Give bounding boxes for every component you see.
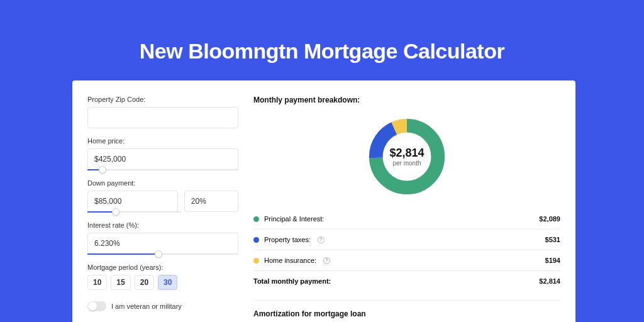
- page-title: New Bloomngtn Mortgage Calculator: [0, 0, 644, 64]
- period-options: 10152030: [87, 275, 238, 290]
- info-icon[interactable]: [318, 236, 325, 243]
- legend-label: Principal & Interest:: [264, 215, 324, 223]
- legend-row: Property taxes:$531: [253, 229, 560, 250]
- home-price-input[interactable]: [87, 148, 238, 170]
- zip-input[interactable]: [87, 107, 238, 128]
- legend-dot: [253, 237, 259, 243]
- home-price-slider[interactable]: [87, 169, 238, 170]
- legend-row: Principal & Interest:$2,089: [253, 209, 560, 229]
- amortization-title: Amortization for mortgage loan: [253, 309, 560, 318]
- info-icon[interactable]: [323, 257, 330, 264]
- down-payment-pct-input[interactable]: [184, 191, 238, 212]
- rate-label: Interest rate (%):: [87, 221, 238, 229]
- rate-input[interactable]: [87, 233, 238, 254]
- legend-dot: [253, 258, 259, 264]
- veteran-toggle[interactable]: [87, 301, 106, 311]
- down-payment-label: Down payment:: [87, 179, 238, 187]
- donut-chart: $2,814 per month: [253, 109, 560, 209]
- total-value: $2,814: [539, 277, 560, 285]
- legend-label: Home insurance:: [264, 257, 316, 264]
- home-price-label: Home price:: [87, 137, 238, 145]
- period-option-30[interactable]: 30: [158, 275, 177, 290]
- results-panel: Monthly payment breakdown: $2,814 per mo…: [253, 96, 560, 322]
- amortization-section: Amortization for mortgage loan Amortizat…: [253, 300, 560, 322]
- legend-row: Home insurance:$194: [253, 250, 560, 270]
- period-option-15[interactable]: 15: [111, 275, 130, 290]
- down-payment-input[interactable]: [87, 191, 178, 212]
- total-label: Total monthly payment:: [253, 277, 331, 285]
- legend-label: Property taxes:: [264, 236, 311, 243]
- veteran-row: I am veteran or military: [87, 301, 238, 311]
- period-field: Mortgage period (years): 10152030: [87, 264, 238, 290]
- rate-field: Interest rate (%):: [87, 221, 238, 255]
- breakdown-heading: Monthly payment breakdown:: [253, 96, 560, 104]
- donut-sublabel: per month: [389, 160, 424, 167]
- veteran-label: I am veteran or military: [111, 303, 182, 310]
- total-row: Total monthly payment: $2,814: [253, 270, 560, 291]
- down-payment-field: Down payment:: [87, 179, 238, 213]
- home-price-field: Home price:: [87, 137, 238, 170]
- period-option-20[interactable]: 20: [135, 275, 154, 290]
- calculator-card: Property Zip Code: Home price: Down paym…: [72, 80, 575, 322]
- zip-label: Property Zip Code:: [87, 96, 238, 103]
- legend-value: $2,089: [539, 215, 560, 223]
- slider-thumb[interactable]: [99, 166, 106, 174]
- period-option-10[interactable]: 10: [87, 275, 107, 290]
- period-label: Mortgage period (years):: [87, 264, 238, 271]
- legend: Principal & Interest:$2,089Property taxe…: [253, 209, 560, 270]
- legend-dot: [253, 216, 259, 222]
- toggle-knob: [88, 302, 97, 311]
- donut-amount: $2,814: [389, 147, 424, 160]
- input-panel: Property Zip Code: Home price: Down paym…: [87, 96, 238, 322]
- zip-field: Property Zip Code:: [87, 96, 238, 128]
- donut-center: $2,814 per month: [389, 147, 424, 167]
- slider-thumb[interactable]: [155, 250, 162, 258]
- legend-value: $531: [545, 236, 560, 243]
- slider-thumb[interactable]: [112, 208, 119, 216]
- rate-slider[interactable]: [87, 253, 238, 255]
- legend-value: $194: [545, 257, 560, 264]
- down-payment-slider[interactable]: [87, 211, 181, 213]
